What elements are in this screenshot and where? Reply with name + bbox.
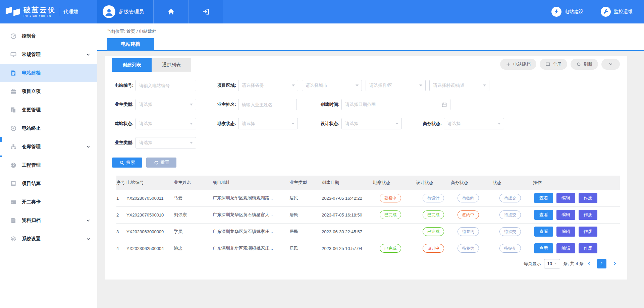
logout-button[interactable] — [188, 0, 223, 23]
fullscreen-icon — [545, 62, 550, 67]
cell-owner_type: 居民 — [289, 223, 322, 240]
dashboard-icon — [10, 162, 17, 169]
home-button[interactable] — [153, 0, 188, 23]
logo: 破茧云伏 Po Jian Yun Fu 代理端 — [0, 0, 97, 23]
sidebar-scrollbar[interactable] — [0, 137, 2, 142]
edit-button[interactable]: 编辑 — [556, 210, 575, 220]
status-badge: 已完成 — [380, 244, 401, 253]
view-button[interactable]: 查看 — [534, 227, 553, 237]
search-button[interactable]: 搜索 — [112, 158, 142, 168]
edit-button[interactable]: 编辑 — [556, 227, 575, 237]
survey-status-select[interactable]: 请选择 — [238, 118, 298, 129]
cell-address: 广东深圳龙华区黄石镇星官大... — [213, 206, 289, 223]
void-button[interactable]: 作废 — [579, 243, 597, 253]
create-time-input[interactable]: 请选择日期范围 — [341, 99, 450, 110]
divider — [60, 8, 60, 16]
sidebar-item-warehouse[interactable]: 仓库管理 — [0, 137, 97, 156]
sidebar-item-label: 项目结算 — [22, 181, 41, 187]
fullscreen-button[interactable]: 全屏 — [540, 59, 567, 70]
business-status-select[interactable]: 请选择 — [444, 118, 504, 129]
sidebar-item-label: 资料归档 — [22, 218, 41, 224]
status-badge: 已完成 — [423, 227, 444, 236]
sidebar-item-settlement[interactable]: 项目结算 — [0, 174, 97, 193]
status-badge: 设计中 — [423, 244, 444, 253]
sidebar-item-engineering[interactable]: 工程管理 — [0, 156, 97, 174]
calendar-icon — [441, 102, 447, 108]
edit-button[interactable]: 编辑 — [556, 243, 575, 253]
sidebar-item-general[interactable]: 常规管理 — [0, 45, 97, 64]
more-button[interactable] — [601, 59, 620, 70]
cell-actions: 查看编辑作废 — [533, 190, 620, 206]
tab-create-list[interactable]: 创建列表 — [112, 58, 152, 72]
view-button[interactable]: 查看 — [534, 193, 553, 203]
breadcrumb-home[interactable]: 首页 — [126, 29, 135, 34]
gauge-icon — [10, 33, 17, 40]
sidebar-item-change[interactable]: 变更管理 — [0, 101, 97, 119]
current-page-button[interactable]: 1 — [597, 259, 606, 268]
void-button[interactable]: 作废 — [579, 227, 597, 237]
breadcrumb-separator: / — [137, 29, 138, 34]
region-town-select[interactable]: 请选择村镇/街道 — [429, 80, 489, 91]
cell-code: YX2023062500004 — [126, 240, 174, 257]
void-button[interactable]: 作废 — [579, 210, 597, 220]
prev-page-button[interactable] — [586, 260, 592, 267]
owner-type2-select[interactable]: 请选择 — [136, 137, 196, 148]
cell-code: YX2023063000009 — [126, 223, 174, 240]
cell-owner: 姚忠 — [174, 240, 213, 257]
view-button[interactable]: 查看 — [534, 243, 553, 253]
owner-type-select[interactable]: 请选择 — [136, 99, 196, 110]
user-menu[interactable]: 超级管理员 — [97, 0, 153, 23]
user-name: 超级管理员 — [119, 9, 144, 15]
void-button[interactable]: 作废 — [579, 193, 597, 203]
refresh-button[interactable]: 刷新 — [571, 59, 598, 70]
page-tab-station-archive[interactable]: 电站建档 — [107, 38, 154, 50]
status-badge: 待提交 — [499, 194, 521, 202]
create-time-label: 创建时间: — [318, 102, 339, 108]
status-badge: 待提交 — [499, 244, 521, 253]
add-station-button[interactable]: 电站建档 — [500, 59, 536, 70]
status-badge: 已完成 — [423, 210, 444, 219]
owner-name-input[interactable] — [238, 99, 297, 110]
column-header: 业主类型 — [289, 176, 322, 190]
per-page-select[interactable]: 10 — [544, 259, 560, 268]
topnav-station-build[interactable]: 电站建设 — [551, 7, 583, 17]
region-county-select[interactable]: 请选择县/区 — [366, 80, 426, 91]
station-code-input[interactable] — [136, 80, 196, 91]
cell-no: 3 — [116, 223, 126, 240]
reset-button[interactable]: 重置 — [146, 158, 176, 168]
next-page-button[interactable] — [611, 260, 618, 267]
region-city-select[interactable]: 请选择城市 — [302, 80, 362, 91]
build-status-select[interactable]: 请选择 — [136, 118, 196, 129]
topbar-right-nav: 电站建设监控运维 — [551, 0, 644, 23]
cell-address: 广东深圳龙华区观澜镇观湖路... — [213, 190, 289, 206]
cell-no: 4 — [116, 240, 126, 257]
sidebar-item-card[interactable]: 开二类卡 — [0, 193, 97, 211]
chevron-down-icon — [554, 262, 557, 265]
column-header: 电站编号 — [126, 176, 174, 190]
sidebar-item-terminate[interactable]: 电站终止 — [0, 119, 97, 137]
sidebar-item-files[interactable]: 资料归档 — [0, 211, 97, 230]
region-province-select[interactable]: 请选择省份 — [238, 80, 298, 91]
cell-no: 1 — [116, 190, 126, 206]
edit-button[interactable]: 编辑 — [556, 193, 575, 203]
topnav-monitor-ops[interactable]: 监控运维 — [601, 7, 633, 17]
business-status-label: 商务状态: — [420, 121, 442, 127]
design-status-select[interactable]: 请选择 — [341, 118, 402, 129]
sidebar-item-label: 电站终止 — [22, 125, 41, 131]
cell-owner_type: 居民 — [289, 190, 322, 206]
sidebar-item-archive[interactable]: 电站建档 — [0, 64, 97, 82]
sidebar-item-project[interactable]: 项目立项 — [0, 82, 97, 101]
table-row: 1YX2023070500011马云广东深圳龙华区观澜镇观湖路...居民2023… — [116, 190, 620, 206]
document-icon — [10, 70, 17, 76]
cell-address: 广东深圳龙华区黄石镇姚家庄... — [213, 223, 289, 240]
table-row: 2YX2023070500010刘强东广东深圳龙华区黄石镇星官大...居民202… — [116, 206, 620, 223]
sidebar-item-label: 变更管理 — [22, 107, 41, 113]
owner-name-label: 业主姓名: — [215, 102, 236, 108]
tab-passed-list[interactable]: 通过列表 — [152, 58, 191, 72]
sidebar-item-console[interactable]: 控制台 — [0, 27, 97, 45]
view-button[interactable]: 查看 — [534, 210, 553, 220]
caret-down-icon — [498, 123, 501, 125]
filter-survey-status: 勘察状态: 请选择 — [215, 118, 298, 129]
pagination: 每页显示 10 条, 共 4 条 1 — [112, 259, 620, 268]
sidebar-item-settings[interactable]: 系统设置 — [0, 230, 97, 248]
